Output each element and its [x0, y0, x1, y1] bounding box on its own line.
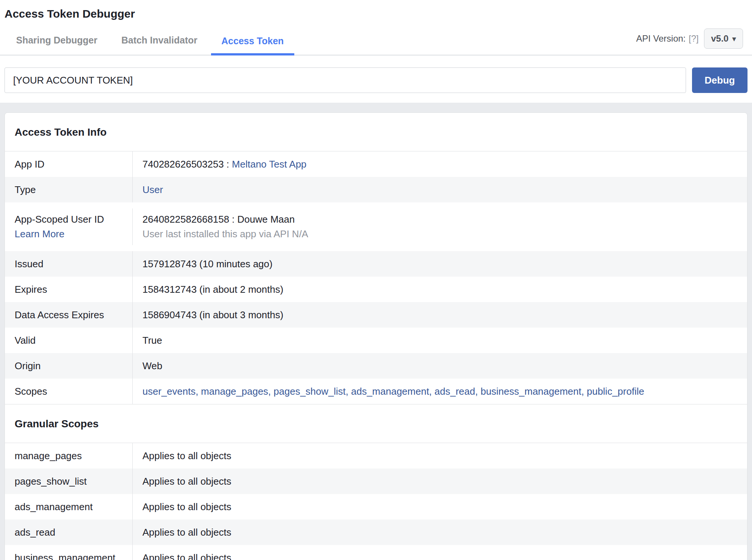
access-token-input[interactable]	[4, 67, 686, 93]
row-label: business_management	[5, 545, 132, 560]
row-label: ads_management	[5, 494, 132, 520]
table-row-type: Type User	[5, 177, 747, 202]
row-value: Applies to all objects	[132, 469, 747, 494]
app-id-value: 740282626503253 :	[142, 159, 232, 170]
granular-scope-value: Applies to all objects	[142, 476, 737, 487]
data-access-expires-value: 1586904743 (in about 3 months)	[142, 309, 737, 321]
tab-access-token[interactable]: Access Token	[211, 33, 294, 55]
chevron-down-icon: ▾	[732, 34, 736, 43]
granular-scope-value: Applies to all objects	[142, 552, 737, 560]
table-row-pages-show-list: pages_show_list Applies to all objects	[5, 469, 747, 494]
row-label-text: App-Scoped User ID	[15, 214, 126, 225]
scopes-links[interactable]: user_events, manage_pages, pages_show_li…	[142, 386, 737, 397]
row-label: App-Scoped User ID Learn More	[5, 208, 132, 245]
row-label: Valid	[5, 328, 132, 353]
table-row-manage-pages: manage_pages Applies to all objects	[5, 443, 747, 469]
table-row-app-id: App ID 740282626503253 : Meltano Test Ap…	[5, 151, 747, 177]
card-heading: Access Token Info	[5, 113, 747, 151]
granular-scope-value: Applies to all objects	[142, 527, 737, 538]
row-value: Applies to all objects	[132, 545, 747, 560]
row-label: pages_show_list	[5, 469, 132, 494]
row-value: user_events, manage_pages, pages_show_li…	[132, 379, 747, 404]
row-value: 740282626503253 : Meltano Test App	[132, 151, 747, 177]
header-section: Access Token Debugger Sharing Debugger B…	[0, 0, 752, 103]
token-form: Debug	[0, 55, 752, 103]
api-version-value: v5.0	[711, 33, 729, 44]
results-section: Access Token Info App ID 740282626503253…	[0, 103, 752, 560]
issued-value: 1579128743 (10 minutes ago)	[142, 258, 737, 270]
debug-button[interactable]: Debug	[692, 67, 748, 93]
valid-value: True	[142, 335, 737, 346]
row-value: Web	[132, 353, 747, 379]
row-value: 1584312743 (in about 2 months)	[132, 277, 747, 302]
table-row-origin: Origin Web	[5, 353, 747, 379]
tab-sharing-debugger[interactable]: Sharing Debugger	[6, 33, 108, 55]
table-row-valid: Valid True	[5, 328, 747, 353]
row-label: manage_pages	[5, 443, 132, 469]
origin-value: Web	[142, 360, 737, 372]
user-id-value: 2640822582668158 : Douwe Maan	[142, 214, 737, 225]
table-row-issued: Issued 1579128743 (10 minutes ago)	[5, 251, 747, 277]
install-note: User last installed this app via API N/A	[142, 228, 737, 240]
granular-scopes-heading: Granular Scopes	[5, 404, 747, 443]
table-row-app-scoped-user-id: App-Scoped User ID Learn More 2640822582…	[5, 202, 747, 251]
row-value: 2640822582668158 : Douwe Maan User last …	[132, 208, 747, 245]
expires-value: 1584312743 (in about 2 months)	[142, 284, 737, 295]
learn-more-link[interactable]: Learn More	[15, 228, 126, 240]
tab-batch-invalidator[interactable]: Batch Invalidator	[111, 33, 208, 55]
row-label: Origin	[5, 353, 132, 379]
app-name-link[interactable]: Meltano Test App	[232, 159, 307, 170]
row-value: User	[132, 177, 747, 202]
row-value: Applies to all objects	[132, 520, 747, 545]
api-version-control: API Version: [?] v5.0 ▾	[636, 28, 743, 55]
row-label: Data Access Expires	[5, 302, 132, 328]
row-value: Applies to all objects	[132, 443, 747, 469]
access-token-info-card: Access Token Info App ID 740282626503253…	[4, 112, 748, 560]
table-row-ads-read: ads_read Applies to all objects	[5, 520, 747, 545]
api-version-dropdown[interactable]: v5.0 ▾	[704, 28, 743, 49]
row-label: Scopes	[5, 379, 132, 404]
row-value: True	[132, 328, 747, 353]
row-label: Expires	[5, 277, 132, 302]
table-row-business-management: business_management Applies to all objec…	[5, 545, 747, 560]
row-value: 1579128743 (10 minutes ago)	[132, 251, 747, 277]
table-row-ads-management: ads_management Applies to all objects	[5, 494, 747, 520]
table-row-scopes: Scopes user_events, manage_pages, pages_…	[5, 379, 747, 404]
row-label: ads_read	[5, 520, 132, 545]
token-type-link[interactable]: User	[142, 184, 163, 195]
table-row-data-access-expires: Data Access Expires 1586904743 (in about…	[5, 302, 747, 328]
tab-bar: Sharing Debugger Batch Invalidator Acces…	[0, 28, 752, 55]
row-label: Issued	[5, 251, 132, 277]
row-value: 1586904743 (in about 3 months)	[132, 302, 747, 328]
table-row-expires: Expires 1584312743 (in about 2 months)	[5, 277, 747, 302]
page-title: Access Token Debugger	[0, 0, 752, 28]
granular-scope-value: Applies to all objects	[142, 450, 737, 462]
row-label: App ID	[5, 151, 132, 177]
granular-scope-value: Applies to all objects	[142, 501, 737, 513]
api-version-label: API Version:	[636, 33, 686, 44]
row-value: Applies to all objects	[132, 494, 747, 520]
row-label: Type	[5, 177, 132, 202]
help-icon[interactable]: [?]	[689, 33, 699, 44]
